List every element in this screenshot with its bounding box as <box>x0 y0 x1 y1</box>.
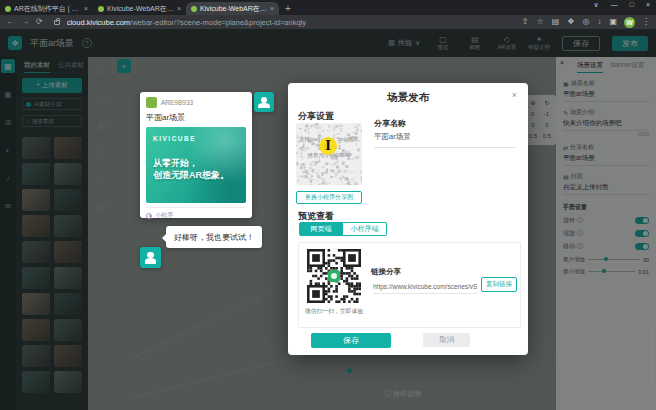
tab-close-icon[interactable]: × <box>177 5 181 12</box>
back-icon[interactable]: ← <box>6 15 14 29</box>
browser-tab-3-active[interactable]: Kivicube-WebAR在线制作平台 × <box>186 2 279 15</box>
share-card-title: 平面ar场景 <box>146 112 246 123</box>
tab-web-preview[interactable]: 网页端 <box>299 222 343 236</box>
browser-extension-icon-1[interactable]: ⇪ <box>522 15 529 29</box>
slogan-line-2: 创造无限AR想象。 <box>153 169 229 181</box>
forward-icon[interactable]: → <box>21 15 29 29</box>
peer-avatar <box>254 92 274 112</box>
share-card-slogan: 从零开始， 创造无限AR想象。 <box>153 157 229 181</box>
reload-icon[interactable]: ⟳ <box>36 15 43 29</box>
replace-share-image-button[interactable]: 更换小程序分享图 <box>296 191 362 204</box>
kivicube-brand-text: KIVICUBE <box>153 135 196 142</box>
tab-close-icon[interactable]: × <box>84 5 88 12</box>
tab-title: Kivicube-WebAR在线制作平台 <box>200 4 267 14</box>
share-card-footer: 小程序 <box>146 207 246 220</box>
new-tab-button[interactable]: + <box>285 2 291 15</box>
browser-extension-icon-5[interactable]: ◎ <box>582 15 589 29</box>
modal-title: 场景发布 <box>288 91 528 105</box>
share-name-label: 分享名称 <box>374 118 406 129</box>
miniprogram-icon <box>146 213 152 219</box>
lock-icon <box>54 20 60 25</box>
browser-extension-icon-3[interactable]: ▤ <box>552 15 560 29</box>
favicon <box>191 6 197 12</box>
share-settings-heading: 分享设置 <box>298 110 334 123</box>
miniprogram-label: 小程序 <box>155 211 173 220</box>
kivicube-editor: ❖ 平面ar场景 ? ▧ 性能 ∨ ▢预览▤截图◇AR设置✦帮助文档 保存 发布 <box>0 29 656 410</box>
browser-tab-1[interactable]: AR在线制作平台 | Kivicube-专 × <box>0 2 93 15</box>
share-link-url[interactable]: https://www.kivicube.com/scenes/vSLi <box>373 283 477 294</box>
link-share-label: 链接分享 <box>371 267 401 277</box>
favicon <box>5 6 11 12</box>
browser-extension-icon-7[interactable]: ▣ <box>609 15 617 29</box>
browser-tab-strip: AR在线制作平台 | Kivicube-专 × Kivicube-WebAR在线… <box>0 0 656 15</box>
window-close-icon[interactable]: × <box>646 1 650 9</box>
modal-close-icon[interactable]: × <box>512 90 517 100</box>
modal-cancel-button[interactable]: 取消 <box>423 333 470 347</box>
share-card-image: KIVICUBE 从零开始， 创造无限AR想象。 <box>146 127 246 203</box>
browser-toolbar-icons: ⇪☆▤❖◎↓▣ <box>522 15 617 29</box>
modal-save-button[interactable]: 保存 <box>311 333 391 348</box>
scene-publish-modal: 场景发布 × 分享设置 支持jpeg、jpg、png格式 宽高比1:1 推荐尺寸… <box>288 83 528 355</box>
profile-avatar[interactable]: W <box>624 17 635 28</box>
browser-address-bar: ← → ⟳ cloud.kivicube.com/webar-editor/?s… <box>0 15 656 29</box>
url-path: /webar-editor/?scene-mode=plane&project-… <box>130 18 306 27</box>
url-input[interactable]: cloud.kivicube.com/webar-editor/?scene-m… <box>67 18 515 27</box>
screen: AR在线制作平台 | Kivicube-专 × Kivicube-WebAR在线… <box>0 0 656 410</box>
favicon <box>98 6 104 12</box>
slogan-line-1: 从零开始， <box>153 157 229 169</box>
tab-close-icon[interactable]: × <box>270 5 274 12</box>
share-card-header: ARE9B933 <box>146 97 246 108</box>
qr-code <box>307 249 361 303</box>
tab-title: AR在线制作平台 | Kivicube-专 <box>14 4 81 14</box>
window-menu-icon[interactable]: ∨ <box>594 1 599 9</box>
share-name-input[interactable]: 平面ar场景 <box>374 132 516 148</box>
window-controls: ∨ — □ × <box>594 1 650 9</box>
qr-caption: 微信扫一扫，立即体验 <box>299 307 369 316</box>
mouse-cursor: I <box>319 137 337 155</box>
browser-extension-icon-4[interactable]: ❖ <box>567 15 574 29</box>
wechat-user-name: ARE9B933 <box>161 99 193 106</box>
browser-extension-icon-2[interactable]: ☆ <box>537 15 544 29</box>
wechat-user-avatar <box>146 97 157 108</box>
browser-tab-2[interactable]: Kivicube-WebAR在线制作平台 × <box>93 2 186 15</box>
preview-panel: 微信扫一扫，立即体验 链接分享 https://www.kivicube.com… <box>298 242 521 328</box>
tab-title: Kivicube-WebAR在线制作平台 <box>107 4 174 14</box>
window-maximize-icon[interactable]: □ <box>630 1 634 9</box>
chat-avatar <box>140 247 161 268</box>
tab-miniprogram-preview[interactable]: 小程序端 <box>343 222 387 236</box>
browser-menu-icon[interactable]: ⋮ <box>642 15 650 29</box>
window-minimize-icon[interactable]: — <box>611 1 618 9</box>
url-domain: cloud.kivicube.com <box>67 18 130 27</box>
copy-link-button[interactable]: 复制链接 <box>481 277 517 292</box>
browser-extension-icon-6[interactable]: ↓ <box>597 15 601 29</box>
wechat-share-card: ARE9B933 平面ar场景 KIVICUBE 从零开始， 创造无限AR想象。… <box>140 92 252 218</box>
chat-bubble: 好棒呀，我也要试试！ <box>166 226 262 248</box>
